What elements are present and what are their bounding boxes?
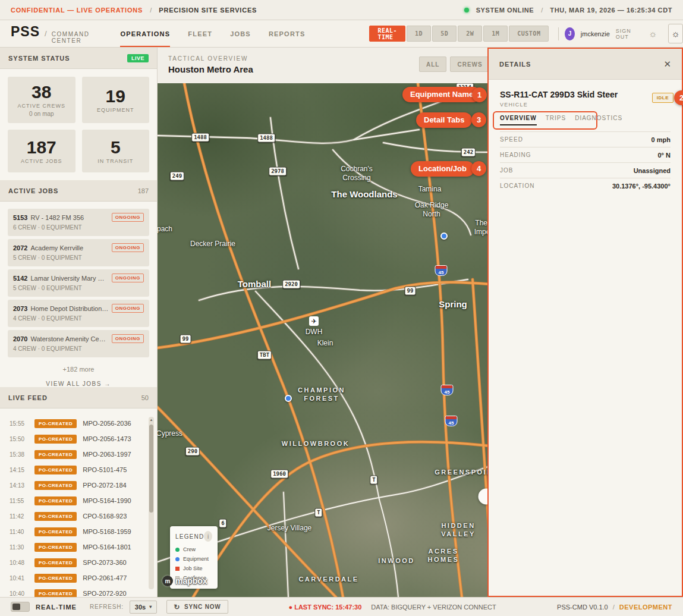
datetime-label: THU, MAR 19, 2026 — 16:25:34 CDT: [550, 7, 672, 14]
range-button-1d[interactable]: 1D: [407, 26, 431, 42]
range-button-custom[interactable]: CUSTOM: [509, 26, 549, 42]
legend-info-button[interactable]: i: [204, 531, 212, 542]
feed-time: 10:40: [10, 590, 29, 597]
section-title: LIVE FEED: [8, 394, 48, 401]
feed-reference: MPO-2056-1473: [83, 435, 131, 442]
job-row-top: 5142Lamar University Mary & John Gray Li…: [13, 274, 144, 282]
ongoing-badge: ONGOING: [112, 274, 144, 282]
main-nav: OPERATIONSFLEETJOBSREPORTS: [120, 20, 305, 47]
interstate-45-shield: 45: [435, 265, 448, 276]
feed-item[interactable]: 15:55PO-CREATEDMPO-2056-2036: [10, 416, 157, 431]
last-sync-label: ● LAST SYNC: 15:47:30: [289, 604, 362, 611]
theme-toggle-button[interactable]: ☼: [668, 24, 683, 43]
classification-label: CONFIDENTIAL — LIVE OPERATIONS: [11, 7, 143, 14]
feed-time: 11:42: [10, 513, 29, 520]
map-label: Jersey Village: [267, 524, 311, 533]
equipment-marker[interactable]: [440, 232, 448, 240]
job-meta: 6 CREW · 0 EQUIPMENT: [13, 224, 144, 231]
feed-item[interactable]: 11:55PO-CREATEDMPO-5164-1990: [10, 493, 157, 508]
tab-operations[interactable]: OPERATIONS: [120, 20, 170, 47]
chevron-down-icon: ▾: [149, 604, 152, 609]
sidebar: SYSTEM STATUS LIVE 38ACTIVE CREWS0 on ma…: [0, 48, 158, 597]
jobs-count: 187: [138, 187, 149, 194]
feed-scrollbar[interactable]: ▲: [149, 417, 154, 589]
detail-row-label: JOB: [500, 167, 513, 174]
job-name: Waterstone Amenity Center: [30, 335, 108, 342]
idle-status-badge: IDLE: [652, 93, 673, 103]
feed-item[interactable]: 11:42PO-CREATEDCPO-5168-923: [10, 508, 157, 524]
annotation-number-1: 1: [472, 87, 487, 102]
map-filter-all[interactable]: ALL: [419, 56, 446, 72]
feed-item[interactable]: 10:40PO-CREATEDSPO-2072-920: [10, 586, 157, 597]
job-meta: 4 CREW · 0 EQUIPMENT: [13, 315, 144, 322]
feed-item[interactable]: 15:50PO-CREATEDMPO-2056-1473: [10, 431, 157, 447]
job-card[interactable]: 2072Academy KerrvilleONGOING5 CREW · 0 E…: [8, 239, 149, 266]
feed-time: 10:48: [10, 560, 29, 566]
annotation-detail-tabs: Detail Tabs: [416, 112, 472, 128]
job-row-top: 2073Home Depot Distribution Center Repai…: [13, 304, 144, 313]
feed-item[interactable]: 10:48PO-CREATEDSPO-2073-360: [10, 555, 157, 570]
live-badge: LIVE: [127, 54, 149, 62]
feed-time: 11:40: [10, 529, 29, 535]
po-created-badge: PO-CREATED: [34, 481, 77, 490]
time-range-group: REAL-TIME1D5D2W1MCUSTOM: [369, 26, 549, 42]
avatar[interactable]: J: [565, 27, 575, 40]
sync-now-button[interactable]: ↻ SYNC NOW: [166, 600, 228, 614]
job-card[interactable]: 5153RV - 1482 FM 356ONGOING6 CREW · 0 EQ…: [8, 209, 149, 236]
detail-tab-trips[interactable]: TRIPS: [546, 115, 566, 125]
section-title: ACTIVE JOBS: [8, 187, 58, 194]
range-button-5d[interactable]: 5D: [432, 26, 457, 42]
tab-jobs[interactable]: JOBS: [230, 20, 251, 47]
feed-item[interactable]: 10:41PO-CREATEDRPO-2061-477: [10, 570, 157, 586]
job-name: RV - 1482 FM 356: [30, 214, 108, 221]
mapbox-logo-icon: m: [162, 576, 173, 586]
job-card[interactable]: 2073Home Depot Distribution Center Repai…: [8, 300, 149, 327]
equipment-marker[interactable]: [285, 395, 292, 402]
road-shield: T: [314, 508, 322, 517]
ongoing-badge: ONGOING: [112, 304, 144, 313]
feed-reference: PPO-2072-184: [83, 482, 126, 489]
feed-item[interactable]: 11:30PO-CREATEDMPO-5164-1801: [10, 539, 157, 555]
feed-item[interactable]: 11:40PO-CREATEDMPO-5168-1959: [10, 524, 157, 539]
theme-sun-icon[interactable]: ☼: [649, 29, 657, 39]
view-all-jobs-link[interactable]: VIEW ALL JOBS →: [8, 381, 149, 387]
detail-row-value: 0 mph: [651, 136, 671, 143]
legend-item: Job Site: [175, 565, 212, 571]
asset-type-label: VEHICLE: [500, 102, 528, 108]
tab-reports[interactable]: REPORTS: [269, 20, 306, 47]
po-created-badge: PO-CREATED: [34, 419, 77, 428]
sign-out-link[interactable]: SIGN OUT: [616, 28, 639, 40]
close-icon[interactable]: ✕: [663, 59, 671, 70]
map-filter-crews[interactable]: CREWS: [450, 56, 489, 72]
scroll-up-icon[interactable]: ▲: [149, 418, 154, 422]
feed-item[interactable]: 15:38PO-CREATEDMPO-2063-1997: [10, 447, 157, 462]
stat-label: EQUIPMENT: [97, 107, 134, 113]
road-shield: TBT: [257, 351, 272, 360]
detail-tab-overview[interactable]: OVERVIEW: [500, 115, 537, 125]
stat-value: 38: [32, 83, 51, 101]
po-created-badge: PO-CREATED: [34, 543, 77, 552]
range-button-real-time[interactable]: REAL-TIME: [369, 26, 405, 42]
username-label: jmckenzie: [581, 30, 610, 37]
environment-label: DEVELOPMENT: [619, 604, 672, 611]
range-button-2w[interactable]: 2W: [458, 26, 482, 42]
refresh-interval-select[interactable]: 30s ▾: [130, 601, 157, 614]
job-id: 5142: [13, 275, 27, 282]
job-card[interactable]: 2070Waterstone Amenity CenterONGOING4 CR…: [8, 330, 149, 357]
range-button-1m[interactable]: 1M: [483, 26, 508, 42]
road-shield: 2978: [269, 167, 287, 176]
detail-tab-diagnostics[interactable]: DIAGNOSTICS: [575, 115, 622, 125]
tab-fleet[interactable]: FLEET: [188, 20, 212, 47]
job-card[interactable]: 5142Lamar University Mary & John Gray Li…: [8, 269, 149, 297]
toggle-knob: [12, 604, 20, 610]
divider: [558, 27, 559, 40]
mapbox-wordmark: mapbox: [175, 576, 207, 586]
equipment-swatch: [175, 557, 180, 561]
feed-item[interactable]: 14:13PO-CREATEDPPO-2072-184: [10, 477, 157, 493]
feed-item[interactable]: 14:15PO-CREATEDRPO-5101-475: [10, 462, 157, 477]
stat-value: 5: [111, 139, 121, 156]
scrollbar-thumb[interactable]: [149, 425, 153, 513]
realtime-toggle[interactable]: [11, 602, 30, 612]
detail-row-value: 30.1376°, -95.4300°: [612, 183, 671, 190]
interstate-45-shield: 45: [445, 416, 458, 426]
